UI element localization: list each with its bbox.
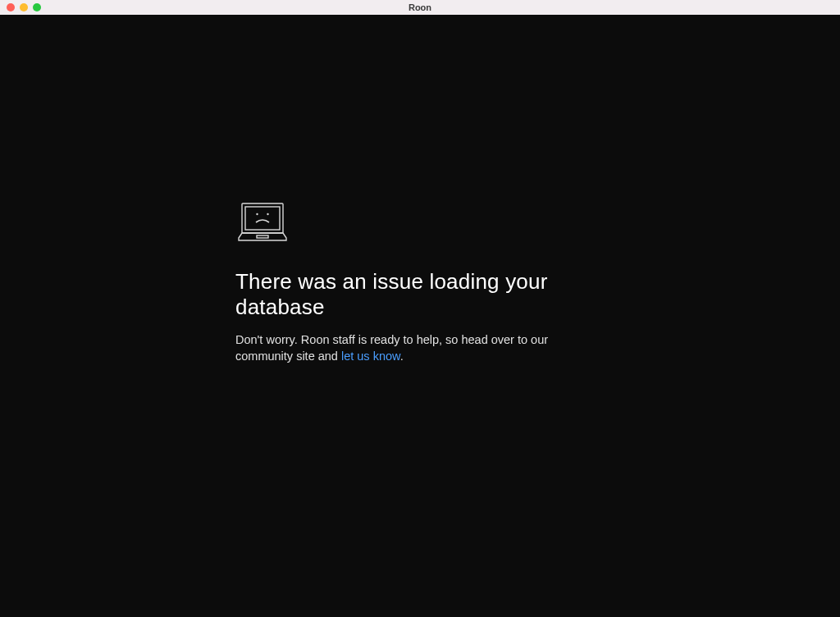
maximize-window-button[interactable] (33, 3, 41, 11)
svg-point-3 (256, 213, 258, 215)
svg-rect-2 (257, 235, 268, 238)
minimize-window-button[interactable] (20, 3, 28, 11)
sad-laptop-icon (237, 202, 605, 246)
error-body-text: Don't worry. Roon staff is ready to help… (235, 331, 564, 365)
window-title: Roon (409, 2, 431, 12)
close-window-button[interactable] (7, 3, 15, 11)
svg-rect-1 (245, 207, 280, 230)
error-body-suffix: . (400, 350, 404, 363)
svg-rect-0 (242, 203, 283, 233)
window-titlebar: Roon (0, 0, 840, 15)
error-heading: There was an issue loading your database (235, 269, 605, 320)
main-content: There was an issue loading your database… (0, 15, 840, 617)
window-controls (7, 3, 41, 11)
let-us-know-link[interactable]: let us know (341, 350, 400, 363)
svg-point-4 (267, 213, 268, 215)
error-block: There was an issue loading your database… (235, 202, 605, 365)
